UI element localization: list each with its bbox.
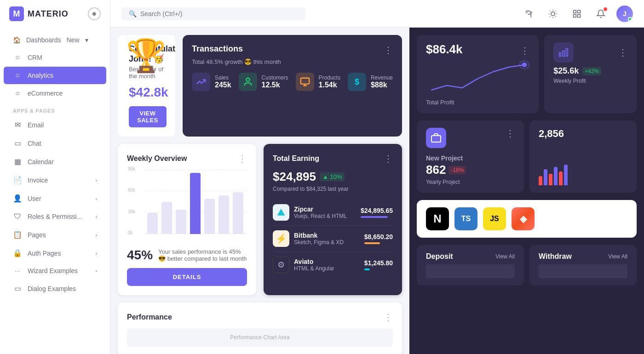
sidebar-item-analytics[interactable]: ○ Analytics bbox=[4, 67, 106, 84]
svg-rect-3 bbox=[574, 14, 576, 17]
transactions-more-btn[interactable]: ⋮ bbox=[384, 45, 393, 56]
earning-header: Total Earning ⋮ bbox=[273, 153, 393, 164]
sidebar-item-wizard[interactable]: ··· Wizard Examples › bbox=[4, 263, 106, 279]
performance-header: Performance ⋮ bbox=[127, 312, 393, 323]
earning-more-btn[interactable]: ⋮ bbox=[384, 153, 393, 164]
sales-icon bbox=[192, 73, 210, 91]
search-bar[interactable]: 🔍 bbox=[121, 7, 305, 20]
mini-bar-3 bbox=[549, 174, 552, 185]
view-sales-button[interactable]: VIEW SALES bbox=[129, 106, 167, 127]
weekly-percent: 45% bbox=[127, 248, 153, 263]
sidebar-item-auth[interactable]: 🔒 Auth Pages › bbox=[4, 244, 106, 262]
user-label: User bbox=[28, 195, 41, 202]
profit-chart-more[interactable]: ⋮ bbox=[520, 45, 529, 56]
invoice-label: Invoice bbox=[28, 177, 48, 184]
chevron-down-icon: ▾ bbox=[85, 36, 88, 44]
svg-point-5 bbox=[246, 78, 249, 81]
profit-chart-label: Total Profit bbox=[426, 99, 529, 106]
performance-more-btn[interactable]: ⋮ bbox=[384, 312, 393, 323]
earning-amount: $24,895 bbox=[273, 170, 316, 184]
theme-icon[interactable] bbox=[545, 6, 561, 22]
pages-icon: 📋 bbox=[13, 230, 22, 239]
weekly-profit-label: Weekly Profit bbox=[553, 78, 627, 84]
zipcar-icon bbox=[273, 204, 289, 221]
chevron-right-icon-6: › bbox=[95, 268, 97, 274]
chat-label: Chat bbox=[28, 140, 41, 147]
project-value-row: 862 -18% bbox=[426, 163, 515, 177]
side-value: 2,856 bbox=[539, 128, 627, 140]
notification-icon[interactable] bbox=[592, 6, 609, 22]
right-panel: $86.4k ⋮ Total Profit bbox=[409, 28, 644, 354]
sidebar-item-invoice[interactable]: 📄 Invoice › bbox=[4, 171, 106, 189]
sidebar-item-email[interactable]: ✉ Email bbox=[4, 116, 106, 134]
circle-icon: ○ bbox=[13, 53, 22, 62]
earning-title: Total Earning bbox=[273, 154, 319, 163]
project-more-btn[interactable]: ⋮ bbox=[506, 128, 515, 139]
zipcar-company: Zipcar Vuejs, React & HTML bbox=[273, 204, 347, 221]
search-input[interactable] bbox=[140, 10, 298, 17]
sidebar-item-user[interactable]: 👤 User › bbox=[4, 189, 106, 207]
sidebar: M MATERIO ⏺ 🏠 Dashboards New ▾ ○ CRM ○ A… bbox=[0, 0, 110, 354]
profit-row: $86.4k ⋮ Total Profit bbox=[417, 35, 637, 113]
project-row: ⋮ New Project 862 -18% Yearly Project 2,… bbox=[417, 120, 637, 193]
sidebar-item-roles[interactable]: 🛡 Roles & Permissi... › bbox=[4, 208, 106, 225]
invoice-icon: 📄 bbox=[13, 176, 22, 184]
aviato-icon: ⚙ bbox=[273, 257, 289, 273]
main-area: 🔍 J bbox=[110, 0, 644, 354]
home-icon: 🏠 bbox=[13, 36, 21, 44]
deposit-view-all[interactable]: View All bbox=[495, 253, 515, 260]
stat-sales-info: Sales 245k bbox=[215, 74, 231, 89]
weekly-more-btn[interactable]: ⋮ bbox=[238, 153, 247, 164]
bar-4-active bbox=[190, 173, 201, 234]
sidebar-item-calendar[interactable]: ▦ Calendar bbox=[4, 153, 106, 171]
translate-icon[interactable] bbox=[521, 6, 537, 22]
online-indicator bbox=[628, 17, 632, 22]
chevron-right-icon: › bbox=[95, 177, 97, 183]
aviato-info: Aviato HTML & Angular bbox=[294, 258, 334, 272]
details-button[interactable]: DETAILS bbox=[127, 268, 247, 286]
performance-content: Performance Chart Area bbox=[127, 328, 393, 347]
stat-products: Products 1.54k bbox=[296, 73, 340, 91]
stat-revenue: $ Revenue $88k bbox=[348, 73, 393, 91]
svg-rect-4 bbox=[578, 14, 581, 17]
customers-icon bbox=[239, 73, 257, 91]
grid-icon[interactable] bbox=[569, 6, 585, 22]
aviato-bar bbox=[364, 268, 370, 270]
record-button[interactable]: ⏺ bbox=[88, 7, 101, 20]
sidebar-item-pages[interactable]: 📋 Pages › bbox=[4, 226, 106, 244]
tech-logos-card: N TS JS ◈ bbox=[417, 200, 637, 238]
weekly-header: Weekly Overview ⋮ bbox=[127, 153, 247, 164]
sidebar-item-ecommerce[interactable]: ○ eCommerce bbox=[4, 85, 106, 102]
stat-revenue-info: Revenue $88k bbox=[371, 74, 393, 89]
sidebar-item-dashboards[interactable]: 🏠 Dashboards New ▾ bbox=[4, 32, 106, 48]
sidebar-item-dialog[interactable]: ▭ Dialog Examples bbox=[4, 280, 106, 297]
withdraw-content bbox=[539, 264, 627, 278]
weekly-profit-badge: +42% bbox=[582, 67, 601, 75]
performance-title: Performance bbox=[127, 313, 172, 321]
svg-point-8 bbox=[522, 63, 527, 67]
svg-rect-6 bbox=[300, 78, 309, 84]
sidebar-item-chat[interactable]: ▭ Chat bbox=[4, 134, 106, 152]
withdraw-view-all[interactable]: View All bbox=[608, 253, 627, 260]
weekly-desc: Your sales performance is 45% 😎 better c… bbox=[158, 248, 247, 262]
bitbank-amount: $8,650.20 bbox=[364, 233, 393, 240]
user-icon: 👤 bbox=[13, 194, 22, 203]
svg-marker-7 bbox=[277, 209, 285, 216]
svg-rect-2 bbox=[578, 10, 581, 13]
sidebar-logo: M MATERIO ⏺ bbox=[0, 0, 110, 28]
deposit-card: Deposit View All bbox=[417, 245, 524, 285]
bitbank-info: Bitbank Sketch, Figma & XD bbox=[294, 232, 344, 246]
javascript-logo: JS bbox=[483, 207, 506, 230]
stat-more-btn[interactable]: ⋮ bbox=[618, 47, 627, 58]
new-badge: New bbox=[67, 36, 80, 44]
sidebar-item-crm[interactable]: ○ CRM bbox=[4, 49, 106, 66]
project-icon bbox=[426, 128, 446, 148]
header-actions: J bbox=[521, 6, 633, 22]
dashboards-label: Dashboards bbox=[26, 36, 61, 44]
chat-icon: ▭ bbox=[13, 139, 22, 148]
zipcar-info: Zipcar Vuejs, React & HTML bbox=[294, 206, 347, 219]
avatar[interactable]: J bbox=[616, 6, 633, 22]
bar-5 bbox=[204, 199, 215, 234]
project-value: 862 bbox=[426, 163, 446, 177]
mini-bars-card: 2,856 bbox=[529, 120, 637, 193]
